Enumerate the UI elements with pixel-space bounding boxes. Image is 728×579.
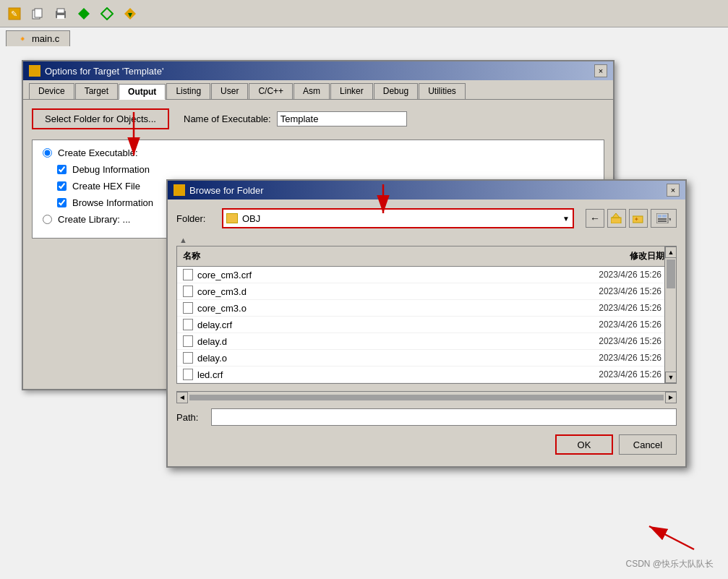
h-scroll-right[interactable]: ► [665, 392, 677, 403]
executable-label: Name of Executable: [184, 113, 271, 124]
radio-create-executable[interactable] [43, 148, 52, 158]
folder-toolbar: ← ✦ ▾ [586, 209, 677, 228]
toolbar: ✎ [0, 0, 728, 27]
file-icon [183, 286, 193, 297]
browse-dialog-content: Folder: OBJ ▼ ← ✦ ▾ [168, 200, 685, 466]
file-icon [183, 369, 193, 380]
scroll-up-btn[interactable]: ▲ [665, 246, 677, 258]
tab-listing[interactable]: Listing [166, 83, 210, 99]
tab-output[interactable]: Output [119, 84, 166, 100]
tab-user[interactable]: User [211, 83, 248, 99]
toolbar-btn-diamond-outline[interactable] [97, 4, 117, 24]
folder-back-btn[interactable]: ← [586, 209, 604, 228]
scroll-down-btn[interactable]: ▼ [665, 372, 677, 383]
toolbar-btn-copy[interactable] [27, 4, 48, 24]
options-title-left: Options for Target 'Template' [29, 65, 163, 77]
file-date-col: 2023/4/26 15:26 [502, 336, 676, 346]
browse-bottom: OK Cancel [176, 434, 677, 458]
option-label-create-library: Create Library: ... [58, 214, 130, 225]
folder-dropdown-arrow: ▼ [562, 215, 570, 223]
file-date-col: 2023/4/26 15:26 [502, 270, 676, 280]
file-name: core_cm3.o [197, 303, 247, 314]
tab-target[interactable]: Target [75, 83, 118, 99]
options-dialog-icon [29, 65, 40, 77]
tab-utilities[interactable]: Utilities [419, 83, 466, 99]
list-item[interactable]: core_cm3.d 2023/4/26 15:26 [177, 283, 676, 300]
tab-file-icon: 🔸 [17, 33, 28, 44]
checkbox-debug-info[interactable] [57, 165, 67, 174]
svg-rect-5 [57, 9, 64, 13]
toolbar-btn-diamond-green[interactable] [74, 4, 94, 24]
tab-linker[interactable]: Linker [330, 83, 373, 99]
file-name: delay.o [197, 353, 227, 364]
file-name-col: delay.o [177, 352, 502, 364]
folder-up-btn[interactable] [607, 209, 626, 228]
options-dialog-tabs: Device Target Output Listing User C/C++ … [23, 80, 613, 100]
tab-debug[interactable]: Debug [374, 83, 418, 99]
folder-value: OBJ [242, 213, 260, 224]
file-list-body: core_cm3.crf 2023/4/26 15:26 core_cm3.d … [177, 267, 676, 383]
browse-title-left: Browse for Folder [174, 184, 264, 196]
svg-text:✎: ✎ [11, 9, 17, 18]
option-label-create-hex: Create HEX File [72, 181, 140, 192]
tab-asm[interactable]: Asm [294, 83, 330, 99]
browse-dialog-icon [174, 184, 185, 196]
file-name-col: delay.d [177, 335, 502, 347]
v-scrollbar[interactable]: ▲ ▼ [664, 246, 676, 383]
list-item[interactable]: core_cm3.crf 2023/4/26 15:26 [177, 267, 676, 283]
h-scroll-left[interactable]: ◄ [176, 392, 188, 403]
svg-marker-8 [101, 8, 113, 20]
checkbox-create-hex[interactable] [57, 181, 67, 191]
folder-new-btn[interactable]: ✦ [629, 209, 648, 228]
folder-icon [226, 213, 238, 223]
file-name-col: core_cm3.o [177, 302, 502, 314]
browse-dialog-title: Browse for Folder [189, 185, 264, 196]
list-item[interactable]: delay.crf 2023/4/26 15:26 [177, 317, 676, 333]
executable-input[interactable] [277, 111, 407, 126]
list-item[interactable]: core_cm3.o 2023/4/26 15:26 [177, 300, 676, 317]
svg-marker-7 [78, 8, 90, 20]
path-input[interactable] [211, 408, 677, 426]
watermark: CSDN @快乐大队队长 [625, 558, 714, 570]
svg-rect-16 [658, 215, 661, 218]
list-item[interactable]: led.crf 2023/4/26 15:26 [177, 366, 676, 383]
executable-row: Name of Executable: [184, 111, 407, 126]
toolbar-btn-print[interactable] [51, 4, 71, 24]
browse-dialog: Browse for Folder × Folder: OBJ ▼ ← [166, 179, 687, 468]
ok-button[interactable]: OK [555, 434, 613, 455]
file-name: core_cm3.crf [197, 270, 252, 280]
checkbox-browse-info[interactable] [57, 198, 67, 207]
browse-dialog-close[interactable]: × [667, 184, 680, 197]
list-item[interactable]: delay.o 2023/4/26 15:26 [177, 350, 676, 366]
file-name-col: core_cm3.crf [177, 269, 502, 280]
radio-create-library[interactable] [43, 215, 52, 224]
tab-main-c[interactable]: 🔸 main.c [6, 30, 70, 46]
select-folder-button[interactable]: Select Folder for Objects... [32, 108, 169, 129]
option-label-debug-info: Debug Information [72, 164, 150, 175]
svg-rect-18 [658, 218, 667, 220]
folder-select-display[interactable]: OBJ ▼ [222, 208, 574, 228]
file-date-col: 2023/4/26 15:26 [502, 303, 676, 313]
file-icon [183, 302, 193, 314]
file-name-col: core_cm3.d [177, 286, 502, 297]
file-icon [183, 335, 193, 347]
options-dialog-title: Options for Target 'Template' [45, 66, 163, 77]
tab-device[interactable]: Device [29, 83, 74, 99]
tab-cpp[interactable]: C/C++ [249, 83, 293, 99]
file-name: delay.d [197, 336, 227, 347]
file-name-col: delay.crf [177, 319, 502, 330]
options-dialog-close[interactable]: × [594, 64, 607, 77]
list-item[interactable]: delay.d 2023/4/26 15:26 [177, 333, 676, 350]
svg-rect-6 [57, 15, 64, 19]
file-list: 名称 修改日期 core_cm3.crf 2023/4/26 15:26 cor… [176, 246, 677, 384]
svg-rect-11 [611, 218, 621, 223]
svg-rect-17 [662, 215, 667, 218]
folder-view-btn[interactable]: ▾ [651, 209, 677, 228]
path-label: Path: [176, 412, 205, 423]
toolbar-btn-build[interactable] [120, 4, 140, 24]
option-label-create-executable: Create Executable: [58, 147, 138, 158]
toolbar-btn-pencil[interactable]: ✎ [4, 4, 25, 24]
option-label-browse-info: Browse Information [72, 197, 153, 208]
cancel-button[interactable]: Cancel [619, 434, 677, 455]
svg-text:✦: ✦ [634, 216, 639, 223]
